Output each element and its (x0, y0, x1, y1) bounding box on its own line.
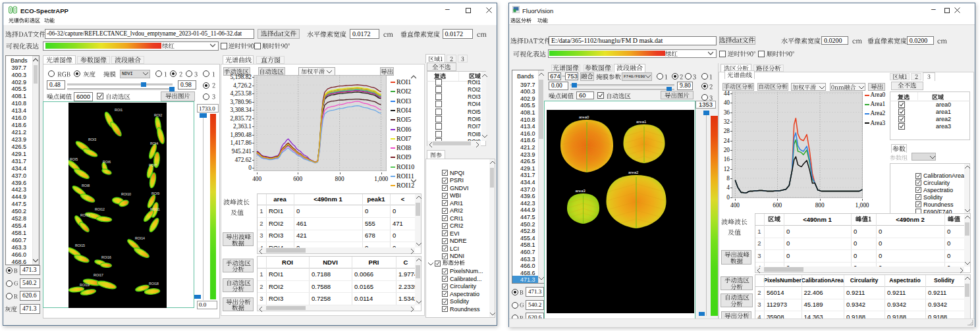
svg-text:area2: area2 (628, 170, 639, 174)
svg-text:ROI4: ROI4 (150, 141, 158, 145)
svg-text:ROI15: ROI15 (75, 243, 85, 247)
svg-text:ROI18: ROI18 (149, 282, 159, 286)
svg-text:ROI1: ROI1 (115, 108, 122, 112)
svg-text:ROI11: ROI11 (150, 207, 160, 211)
svg-text:area1: area1 (636, 120, 647, 124)
svg-text:ROI17: ROI17 (94, 273, 103, 277)
svg-text:area3: area3 (576, 189, 586, 193)
svg-text:ROI2: ROI2 (154, 113, 162, 117)
svg-text:ROI10: ROI10 (121, 192, 131, 196)
svg-text:ROI6: ROI6 (103, 160, 111, 164)
svg-text:ROI16: ROI16 (101, 255, 111, 259)
svg-text:area0: area0 (579, 115, 589, 119)
svg-text:ROI12: ROI12 (95, 207, 105, 211)
svg-text:ROI8: ROI8 (82, 184, 90, 188)
svg-text:ROI13: ROI13 (80, 213, 90, 217)
svg-text:ROI5: ROI5 (70, 157, 78, 161)
svg-text:ROI9: ROI9 (151, 191, 159, 195)
svg-text:ROI7: ROI7 (149, 163, 157, 167)
svg-text:ROI14: ROI14 (135, 236, 145, 240)
svg-text:ROI19: ROI19 (80, 283, 90, 287)
svg-text:ROI3: ROI3 (88, 138, 96, 141)
